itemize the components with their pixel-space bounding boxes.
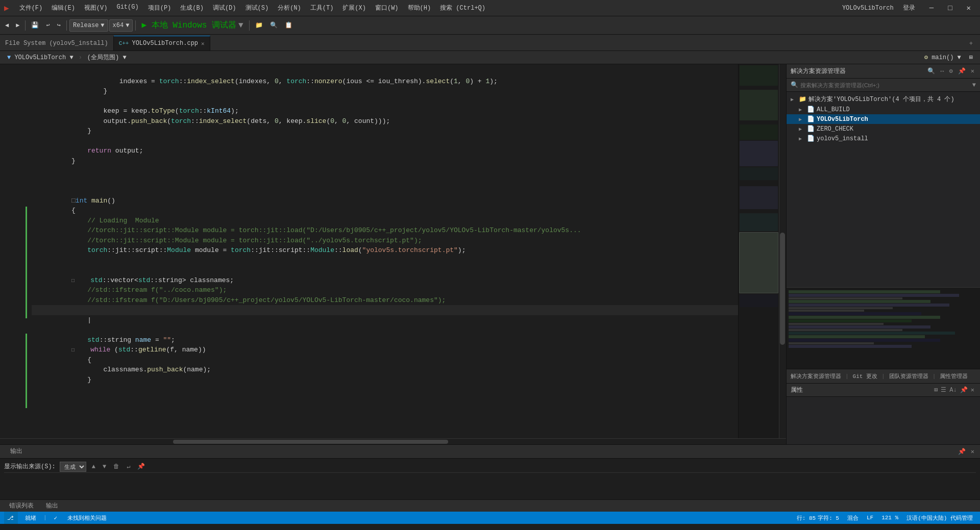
tab-cpp[interactable]: C++ YOLOv5LibTorch.cpp ✕ bbox=[114, 36, 210, 51]
status-check-icon[interactable]: ✓ bbox=[51, 512, 61, 524]
platform-dropdown[interactable]: x64 ▼ bbox=[109, 19, 133, 32]
run-dropdown-arrow: ▼ bbox=[238, 21, 243, 30]
menu-edit[interactable]: 编辑(E) bbox=[47, 3, 79, 13]
menu-test[interactable]: 测试(S) bbox=[241, 3, 273, 13]
split-editor-button[interactable]: ⊞ bbox=[966, 51, 976, 64]
close-button[interactable]: ✕ bbox=[962, 0, 976, 16]
nav-scope[interactable]: ▼ YOLOv5LibTorch ▼ bbox=[4, 53, 77, 62]
sub-link-props[interactable]: 属性管理器 bbox=[940, 372, 968, 380]
menu-git[interactable]: Git(G) bbox=[112, 3, 142, 13]
git-status[interactable]: ⎇ bbox=[4, 512, 18, 524]
output-close-btn[interactable]: ✕ bbox=[969, 447, 976, 457]
tab-filesystem[interactable]: File System (yolov5_install) bbox=[0, 36, 114, 51]
tree-item-allbuild[interactable]: ▶ 📄 ALL_BUILD bbox=[787, 105, 980, 114]
run-button[interactable]: ▶ 本地 Windows 调试器 ▼ bbox=[138, 19, 246, 32]
toolbar-icon2[interactable]: 🔍 bbox=[267, 19, 281, 32]
properties-title: 属性 bbox=[791, 386, 933, 394]
sep3 bbox=[135, 20, 136, 31]
toolbar-icon1[interactable]: 📁 bbox=[252, 19, 266, 32]
output-down-btn[interactable]: ▼ bbox=[101, 462, 108, 471]
solution-search[interactable] bbox=[800, 82, 972, 88]
menu-search[interactable]: 搜索 (Ctrl+Q) bbox=[436, 3, 489, 13]
menu-debug[interactable]: 调试(D) bbox=[209, 3, 240, 13]
menu-tools[interactable]: 工具(T) bbox=[306, 3, 338, 13]
menu-extensions[interactable]: 扩展(X) bbox=[338, 3, 370, 13]
error-list-tab[interactable]: 错误列表 bbox=[4, 500, 39, 511]
code-line: } bbox=[32, 77, 738, 87]
toolbar-back[interactable]: ◀ bbox=[2, 19, 12, 32]
props-close-btn[interactable]: ✕ bbox=[969, 385, 976, 395]
nav-function[interactable]: ⚙ main() ▼ bbox=[921, 53, 964, 62]
toolbar-save-all[interactable]: 💾 bbox=[28, 19, 42, 32]
horizontal-scrollbar[interactable] bbox=[0, 438, 786, 444]
props-content bbox=[787, 397, 980, 405]
code-line-active[interactable]: | bbox=[32, 305, 738, 315]
panel-dock-btn[interactable]: 📌 bbox=[957, 66, 967, 76]
panel-close-btn[interactable]: ✕ bbox=[969, 66, 976, 76]
menu-file[interactable]: 文件(F) bbox=[15, 3, 47, 13]
sub-link-git[interactable]: Git 更改 bbox=[853, 372, 877, 380]
props-grid-btn[interactable]: ⊞ bbox=[933, 385, 939, 395]
code-line: classnames.push_back(name); bbox=[32, 355, 738, 365]
cursor-pos[interactable]: 行: 85 字符: 5 bbox=[794, 512, 842, 524]
menu-bar: 文件(F) 编辑(E) 视图(V) Git(G) 项目(P) 生成(B) 调试(… bbox=[15, 3, 842, 13]
minimize-button[interactable]: ─ bbox=[924, 0, 939, 16]
tree-item-yolo[interactable]: ▶ 📄 YOLOv5LibTorch bbox=[787, 114, 980, 124]
menu-analyze[interactable]: 分析(N) bbox=[274, 3, 305, 13]
sub-link-solution[interactable]: 解决方案资源管理器 bbox=[791, 372, 841, 380]
output-up-btn[interactable]: ▲ bbox=[90, 462, 97, 471]
maximize-button[interactable]: □ bbox=[943, 0, 957, 16]
code-line bbox=[32, 315, 738, 325]
output-source-select[interactable]: 生成 bbox=[60, 462, 86, 472]
platform-dropdown-arrow: ▼ bbox=[126, 22, 129, 29]
tree-item-install[interactable]: ▶ 📄 yolov5_install bbox=[787, 134, 980, 143]
solution-explorer-title: 解决方案资源管理器 bbox=[791, 67, 924, 75]
merge-status[interactable]: 混合 bbox=[844, 512, 862, 524]
panel-search-btn[interactable]: 🔍 bbox=[926, 66, 937, 76]
output-pin-btn[interactable]: 📌 bbox=[136, 462, 146, 471]
panel-settings-btn[interactable]: ⚙ bbox=[948, 66, 954, 76]
code-line: //std::ifstream f("D:/Users/bj0905/c++_p… bbox=[32, 285, 738, 295]
sub-link-team[interactable]: 团队资源管理器 bbox=[889, 372, 928, 380]
code-preview bbox=[787, 287, 980, 369]
menu-build[interactable]: 生成(B) bbox=[176, 3, 208, 13]
props-list-btn[interactable]: ☰ bbox=[939, 385, 948, 395]
nav-method-scope[interactable]: (全局范围) ▼ bbox=[84, 52, 130, 63]
panel-sync-btn[interactable]: ↔ bbox=[939, 67, 945, 76]
config-dropdown[interactable]: Release ▼ bbox=[69, 19, 108, 32]
toolbar-forward[interactable]: ▶ bbox=[13, 19, 22, 32]
menu-view[interactable]: 视图(V) bbox=[80, 3, 112, 13]
language-label[interactable]: 汉语(中国大陆) 代码管理 bbox=[903, 512, 976, 524]
toolbar-undo[interactable]: ↩ bbox=[43, 19, 53, 32]
error-tabs: 错误列表 输出 bbox=[0, 499, 980, 512]
login-button[interactable]: 登录 bbox=[898, 0, 920, 16]
new-tab-button[interactable]: + bbox=[966, 37, 976, 51]
sub-sep1: | bbox=[845, 373, 849, 380]
toolbar-icon3[interactable]: 📋 bbox=[282, 19, 296, 32]
output-tab[interactable]: 输出 bbox=[4, 445, 29, 459]
nav-scope-arrow: ▼ bbox=[69, 54, 73, 61]
props-dock-btn[interactable]: 📌 bbox=[959, 385, 969, 395]
tab-cpp-close[interactable]: ✕ bbox=[201, 40, 205, 47]
encoding-status[interactable]: LF bbox=[864, 512, 876, 524]
props-sort-btn[interactable]: A↓ bbox=[948, 386, 958, 395]
code-editor[interactable]: indexes = torch::index_select(indexes, 0… bbox=[28, 64, 738, 438]
install-label: yolov5_install bbox=[817, 135, 976, 142]
menu-help[interactable]: 帮助(H) bbox=[404, 3, 435, 13]
search-icon: 🔍 bbox=[791, 81, 798, 89]
solution-root[interactable]: ▶ 📁 解决方案'YOLOv5LibTorch'(4 个项目，共 4 个) bbox=[787, 94, 980, 105]
output-clear-btn[interactable]: 🗑 bbox=[112, 462, 121, 471]
code-line bbox=[32, 176, 738, 186]
tree-item-zero[interactable]: ▶ 📄 ZERO_CHECK bbox=[787, 124, 980, 134]
output-wrap-btn[interactable]: ↵ bbox=[125, 462, 132, 471]
output-tab2[interactable]: 输出 bbox=[41, 500, 63, 511]
menu-project[interactable]: 项目(P) bbox=[144, 3, 176, 13]
sep2 bbox=[66, 20, 67, 31]
menu-window[interactable]: 窗口(W) bbox=[371, 3, 403, 13]
zoom-level[interactable]: 121 % bbox=[878, 512, 901, 524]
install-arrow: ▶ bbox=[799, 136, 805, 142]
output-dock-btn[interactable]: 📌 bbox=[957, 447, 967, 457]
toolbar-redo[interactable]: ↪ bbox=[54, 19, 64, 32]
code-line: // Loading Module bbox=[32, 206, 738, 216]
git-icon: ⎇ bbox=[7, 515, 14, 521]
